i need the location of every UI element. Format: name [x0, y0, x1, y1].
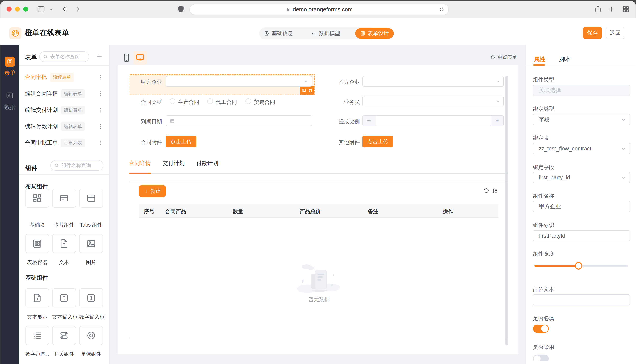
component-switch[interactable]	[52, 326, 76, 345]
component-type-input	[539, 87, 624, 94]
bind-type-value: 字段	[539, 116, 550, 123]
mobile-preview-button[interactable]	[121, 52, 132, 63]
first-party-select[interactable]	[166, 76, 312, 87]
kebab-menu-icon[interactable]	[97, 106, 104, 114]
copy-icon[interactable]	[302, 88, 306, 93]
save-button[interactable]: 保存	[583, 27, 602, 39]
bind-type-select[interactable]: 字段	[533, 114, 630, 125]
radio-label[interactable]: 代工合同	[216, 98, 237, 106]
new-row-button[interactable]: 新建	[139, 186, 166, 197]
forward-icon[interactable]	[74, 5, 82, 13]
kebab-menu-icon[interactable]	[97, 89, 104, 98]
tab-data-model[interactable]: 数据模型	[308, 28, 343, 39]
form-search-input[interactable]	[50, 54, 83, 60]
component-key-input[interactable]	[539, 232, 624, 239]
radio-oem-contract[interactable]	[207, 98, 213, 104]
svg-text:2: 2	[34, 336, 36, 340]
placeholder-text-input[interactable]	[539, 296, 624, 303]
bind-table-select[interactable]: zz_test_flow_contract	[533, 143, 630, 154]
contract-upload-button[interactable]: 点击上传	[166, 136, 196, 148]
rail-item-forms-label[interactable]: 表单	[1, 69, 19, 77]
form-search[interactable]	[39, 51, 89, 62]
radio-trade-contract[interactable]	[245, 98, 251, 104]
component-basic-block[interactable]	[25, 189, 49, 208]
bind-field-value: first_party_id	[539, 174, 570, 181]
desktop-preview-button[interactable]	[133, 51, 147, 64]
component-name-field[interactable]	[533, 201, 630, 212]
component-image[interactable]	[79, 234, 103, 253]
disabled-toggle[interactable]	[533, 354, 552, 361]
sort-rows-icon[interactable]	[492, 188, 498, 194]
component-key-field[interactable]	[533, 230, 630, 242]
form-list-item[interactable]: 编辑合同详情 编辑表单	[19, 85, 110, 102]
second-party-select[interactable]	[362, 76, 504, 87]
tab-properties[interactable]: 属性	[534, 56, 545, 63]
radio-label[interactable]: 贸易合同	[254, 98, 275, 106]
tab-form-design[interactable]: 表单设计	[355, 28, 394, 39]
close-window-button[interactable]	[7, 6, 12, 12]
placeholder-text-label: 占位文本	[533, 286, 554, 293]
form-list-item[interactable]: 合同审批工单 工单列表	[19, 134, 110, 151]
bind-table-value: zz_test_flow_contract	[539, 146, 591, 152]
tab-script[interactable]: 脚本	[559, 56, 571, 63]
back-icon[interactable]	[61, 5, 68, 13]
form-list-item[interactable]: 编辑付款计划 编辑表单	[19, 118, 110, 134]
sidebar-icon[interactable]	[37, 5, 45, 14]
rail-item-data-label[interactable]: 数据	[1, 103, 19, 111]
bind-type-label: 绑定类型	[533, 105, 554, 112]
component-card[interactable]	[52, 189, 76, 208]
required-toggle[interactable]	[533, 324, 549, 333]
component-width-slider[interactable]	[534, 265, 628, 267]
tab-contract-detail[interactable]: 合同详情	[129, 160, 151, 167]
radio-production-contract[interactable]	[170, 98, 175, 104]
share-icon[interactable]	[594, 5, 602, 13]
component-text[interactable]	[52, 234, 76, 253]
tab-delivery-plan[interactable]: 交付计划	[163, 160, 184, 167]
tab-payment-plan[interactable]: 付款计划	[196, 160, 218, 167]
app-body: 表单 数据 表单 合同审批 流程表单	[1, 45, 635, 364]
form-list-item[interactable]: 合同审批 流程表单	[19, 69, 110, 85]
component-search[interactable]	[51, 160, 103, 171]
url-bar[interactable]: demo.orangeforms.com	[189, 4, 449, 15]
tab-basic-info[interactable]: 基础信息	[261, 28, 296, 39]
commission-input[interactable]	[375, 116, 491, 126]
component-radio[interactable]	[79, 326, 103, 345]
placeholder-text-field[interactable]	[533, 294, 630, 306]
privacy-shield-icon[interactable]	[176, 5, 185, 14]
zoom-window-button[interactable]	[23, 6, 28, 12]
component-tabs[interactable]	[79, 189, 103, 208]
new-tab-icon[interactable]	[608, 5, 615, 13]
slider-handle[interactable]	[575, 262, 582, 270]
bind-field-select[interactable]: first_party_id	[533, 172, 630, 183]
kebab-menu-icon[interactable]	[97, 138, 104, 147]
kebab-menu-icon[interactable]	[97, 73, 104, 82]
browser-window: demo.orangeforms.com 橙单在线表单 基础信息	[1, 1, 635, 364]
reload-icon[interactable]	[439, 7, 444, 12]
add-form-button[interactable]	[95, 53, 103, 60]
rail-item-forms[interactable]	[5, 57, 15, 67]
refresh-table-icon[interactable]	[483, 188, 489, 194]
component-text-input[interactable]	[52, 288, 76, 307]
component-table-container[interactable]	[25, 234, 49, 253]
canvas-scrollbar[interactable]	[505, 76, 508, 346]
tab-overview-icon[interactable]	[622, 5, 629, 13]
salesman-select[interactable]	[362, 96, 504, 106]
component-number-input[interactable]	[79, 288, 103, 307]
other-upload-button[interactable]: 点击上传	[362, 136, 393, 148]
form-list-item[interactable]: 编辑交付计划 编辑表单	[19, 102, 110, 118]
chevron-down-icon[interactable]	[49, 7, 53, 11]
kebab-menu-icon[interactable]	[97, 122, 104, 131]
component-search-input[interactable]	[61, 162, 96, 168]
rail-item-data[interactable]	[6, 91, 14, 100]
due-date-input[interactable]	[166, 115, 312, 126]
component-text-display[interactable]	[25, 288, 49, 307]
component-name-input[interactable]	[539, 203, 624, 210]
minimize-window-button[interactable]	[15, 6, 20, 12]
reset-form-button[interactable]: 重置表单	[490, 54, 517, 60]
back-button[interactable]: 返回	[606, 27, 624, 39]
delete-icon[interactable]	[308, 88, 313, 93]
radio-label[interactable]: 生产合同	[178, 98, 199, 106]
component-number-range[interactable]: 12	[25, 326, 49, 345]
stepper-increase-button[interactable]: +	[491, 116, 503, 126]
stepper-decrease-button[interactable]: −	[363, 116, 375, 126]
